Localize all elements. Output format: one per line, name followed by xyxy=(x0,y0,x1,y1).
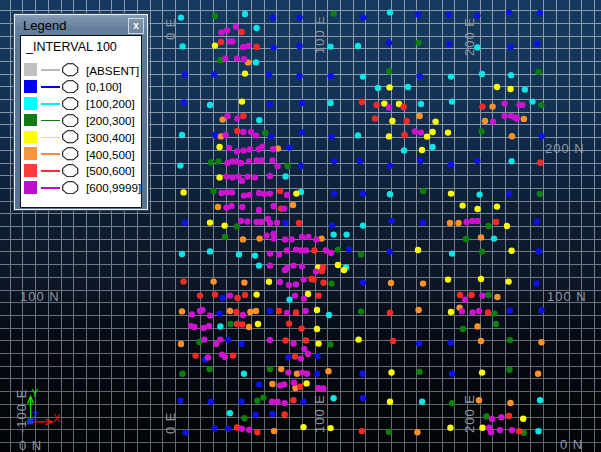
svg-text:100 N: 100 N xyxy=(20,289,60,304)
svg-text:0 E: 0 E xyxy=(163,411,178,434)
svg-text:Y: Y xyxy=(32,388,39,399)
svg-text:0 N: 0 N xyxy=(19,438,42,452)
svg-text:X: X xyxy=(54,413,61,424)
svg-text:200 N: 200 N xyxy=(545,141,585,156)
svg-text:-100 E: -100 E xyxy=(14,389,29,433)
svg-text:100 E: 100 E xyxy=(312,394,327,433)
svg-text:200 E: 200 E xyxy=(462,17,477,56)
svg-text:0 N: 0 N xyxy=(560,437,583,452)
svg-text:200 E: 200 E xyxy=(462,394,477,433)
svg-text:100 E: 100 E xyxy=(312,15,327,54)
svg-text:0 E: 0 E xyxy=(163,17,178,40)
svg-text:100 N: 100 N xyxy=(547,289,587,304)
